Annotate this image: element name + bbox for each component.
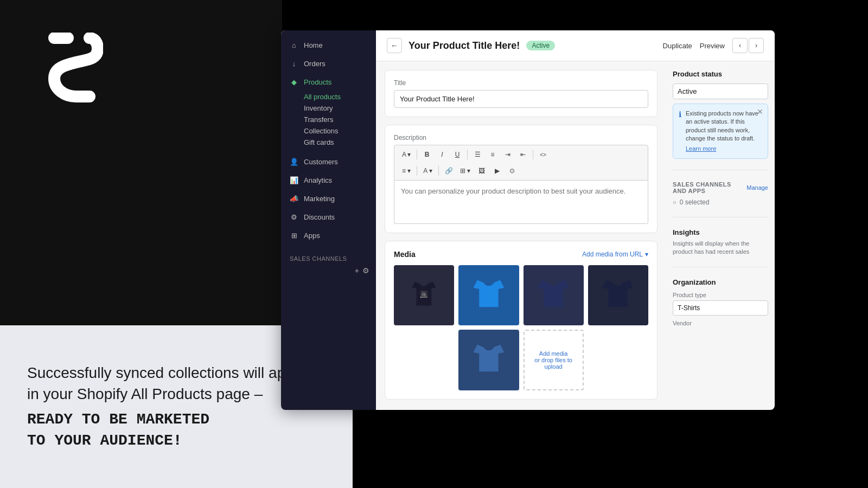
status-select[interactable]: Active Draft (673, 84, 768, 99)
back-button[interactable]: ← (387, 38, 402, 53)
image-button[interactable]: 🖼 (475, 164, 489, 178)
sidebar-item-analytics[interactable]: 📊 Analytics (281, 171, 376, 189)
orders-icon: ↓ (290, 59, 298, 68)
title-input[interactable] (394, 90, 648, 108)
sidebar-sub-collections[interactable]: Collections (281, 125, 376, 137)
color-picker-button[interactable]: A ▾ (420, 164, 436, 178)
product-status-title: Product status (673, 70, 768, 78)
chevron-down-icon: ▾ (645, 251, 648, 258)
home-icon: ⌂ (290, 41, 298, 49)
toolbar-row-1: A ▾ B I U ☰ ≡ ⇥ ⇤ (399, 147, 643, 162)
sidebar-item-discounts[interactable]: ⚙ Discounts (281, 208, 376, 226)
organization-section: Organization Product type Vendor (673, 278, 768, 329)
divider-2 (673, 217, 768, 217)
sidebar-sub-inventory[interactable]: Inventory (281, 102, 376, 114)
align-selector-button[interactable]: ≡ ▾ (399, 164, 414, 178)
info-close-button[interactable]: ✕ (757, 107, 763, 116)
sidebar-actions-row: + ⚙ (281, 264, 376, 275)
insights-section: Insights Insights will display when the … (673, 228, 768, 256)
prev-arrow-button[interactable]: ‹ (732, 38, 748, 53)
toolbar-separator-3 (533, 150, 533, 159)
sidebar-sub-gift-cards[interactable]: Gift cards (281, 137, 376, 148)
sidebar-item-customers[interactable]: 👤 Customers (281, 152, 376, 171)
editor-body[interactable]: You can personalize your product descrip… (394, 181, 648, 224)
ordered-list-button[interactable]: ≡ (486, 147, 500, 162)
add-media-button[interactable]: Add media from URL ▾ (582, 251, 648, 258)
marketing-icon: 📣 (290, 194, 298, 203)
sidebar-item-label: Discounts (304, 213, 335, 221)
toolbar-separator-2 (467, 150, 468, 159)
org-title: Organization (673, 278, 768, 286)
sidebar-item-label: Marketing (304, 195, 335, 203)
embed-button[interactable]: ⊙ (505, 164, 519, 178)
customers-icon: 👤 (290, 157, 298, 166)
products-icon: ◆ (290, 78, 298, 86)
media-thumb-light-blue[interactable] (458, 330, 519, 390)
bold-button[interactable]: B (420, 147, 434, 162)
sidebar-sub-all-products[interactable]: All products (281, 91, 376, 102)
vendor-label: Vendor (673, 320, 768, 326)
tshirt-main-icon: Your design goes here! (406, 277, 442, 313)
main-wrapper: Successfully synced collections will app… (0, 0, 868, 488)
media-title: Media (394, 250, 416, 259)
content-left: Title Description A ▾ (376, 61, 666, 410)
sales-channels-section: SALES CHANNELS AND APPS Manage ○ 0 selec… (673, 181, 768, 206)
code-button[interactable]: <> (536, 147, 550, 162)
channels-title: SALES CHANNELS AND APPS (673, 181, 746, 194)
media-thumb-blue[interactable] (458, 265, 519, 325)
product-type-label: Product type (673, 292, 768, 298)
sales-channels-label: SALES CHANNELS (281, 249, 376, 264)
media-thumb-dark-navy[interactable] (588, 265, 648, 325)
video-button[interactable]: ▶ (490, 164, 504, 178)
tshirt-dark-navy-icon (597, 274, 639, 317)
sidebar-item-marketing[interactable]: 📣 Marketing (281, 189, 376, 208)
media-upload-placeholder[interactable]: Add media or drop files to upload (524, 330, 584, 390)
content-right: Product status Active Draft ℹ Existing p… (666, 61, 775, 410)
status-badge: Active (526, 41, 555, 50)
product-type-input[interactable] (673, 300, 768, 316)
table-button[interactable]: ⊞ ▾ (457, 164, 474, 178)
toolbar-separator-1 (417, 150, 417, 159)
bottom-text-line2: READY TO BE MARKETED TO YOUR AUDIENCE! (27, 409, 326, 451)
manage-link[interactable]: Manage (746, 184, 768, 191)
title-label: Title (394, 79, 648, 87)
insights-text: Insights will display when the product h… (673, 240, 768, 256)
channels-count: ○ 0 selected (673, 198, 768, 206)
add-channel-icon[interactable]: + (355, 266, 359, 275)
nav-arrows: ‹ › (732, 38, 764, 53)
product-status-section: Product status Active Draft ℹ Existing p… (673, 70, 768, 159)
italic-button[interactable]: I (435, 147, 449, 162)
sidebar-item-label: Products (304, 78, 331, 86)
learn-more-link[interactable]: Learn more (686, 145, 716, 152)
link-button[interactable]: 🔗 (442, 164, 456, 178)
logo-icon (38, 33, 103, 103)
outdent-button[interactable]: ⇤ (516, 147, 530, 162)
channel-settings-icon[interactable]: ⚙ (362, 266, 369, 275)
indent-button[interactable]: ⇥ (501, 147, 515, 162)
divider-3 (673, 267, 768, 267)
sidebar-item-apps[interactable]: ⊞ Apps (281, 226, 376, 245)
toolbar-separator-4 (417, 166, 417, 176)
sidebar-sub-transfers[interactable]: Transfers (281, 114, 376, 125)
media-header: Media Add media from URL ▾ (394, 250, 648, 259)
underline-button[interactable]: U (450, 147, 464, 162)
unordered-list-button[interactable]: ☰ (470, 147, 484, 162)
font-selector-button[interactable]: A ▾ (399, 147, 414, 162)
sidebar-item-products[interactable]: ◆ Products (281, 73, 376, 91)
info-text: Existing products now have an active sta… (686, 110, 762, 143)
channels-header: SALES CHANNELS AND APPS Manage (673, 181, 768, 194)
sidebar-item-label: Customers (304, 158, 338, 166)
sidebar-item-label: Analytics (304, 176, 332, 184)
media-thumb-navy[interactable] (524, 265, 584, 325)
tshirt-light-blue-icon (468, 339, 510, 381)
media-thumb-main[interactable]: Your design goes here! (394, 265, 454, 325)
description-label: Description (394, 134, 648, 142)
sidebar-item-orders[interactable]: ↓ Orders (281, 54, 376, 73)
sidebar: ⌂ Home ↓ Orders ◆ Products All products … (281, 30, 376, 410)
duplicate-button[interactable]: Duplicate (663, 42, 692, 50)
preview-button[interactable]: Preview (700, 42, 725, 50)
toolbar-separator-5 (438, 166, 439, 176)
sidebar-item-home[interactable]: ⌂ Home (281, 36, 376, 54)
main-content: ← Your Product Title Here! Active Duplic… (376, 30, 775, 410)
next-arrow-button[interactable]: › (749, 38, 764, 53)
